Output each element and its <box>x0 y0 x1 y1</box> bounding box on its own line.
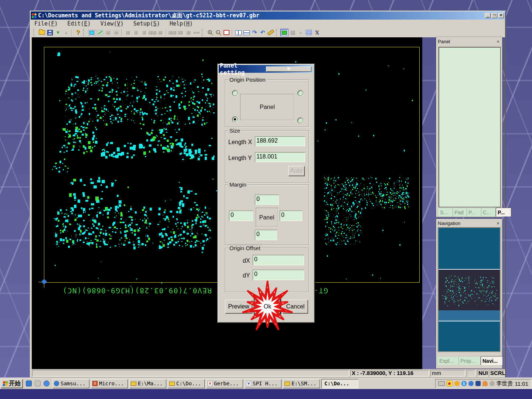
launch-mail-icon[interactable] <box>26 381 32 386</box>
ok-button-label: Ok <box>264 303 271 310</box>
tab-p1[interactable]: P... <box>467 208 481 216</box>
taskbar-button[interactable]: AGerbe... <box>206 379 243 388</box>
close-icon[interactable]: × <box>495 39 501 44</box>
tab-explorer[interactable]: Expl... <box>438 357 459 365</box>
taskbar-button[interactable]: C:\Do... <box>168 379 205 388</box>
toolbar-grip[interactable] <box>202 29 205 36</box>
menu-setup[interactable]: Setup(S) <box>133 20 160 27</box>
tab-properties[interactable]: Prop... <box>459 357 481 365</box>
titlebar[interactable]: C:\Documents and Settings\Administrator\… <box>31 11 505 20</box>
tab-panel[interactable]: P... <box>496 208 511 216</box>
menubar: File(F) Edit(E) View(V) Setup(S) Help(H) <box>31 20 505 28</box>
minimize-button[interactable]: _ <box>485 13 491 18</box>
tab-pad[interactable]: Pad <box>453 208 467 216</box>
nav-board-dots <box>439 270 500 310</box>
toolbar-grip[interactable] <box>276 29 279 36</box>
start-button[interactable]: 开始 <box>1 379 23 388</box>
nav-board-area <box>439 270 500 310</box>
menu-view[interactable]: View(V) <box>100 20 123 27</box>
origin-panel-preview-label: Panel <box>260 104 275 110</box>
launch-media-icon[interactable] <box>44 381 50 386</box>
tray-username: 李世贵 <box>497 380 513 387</box>
zoom-fit-icon[interactable] <box>222 29 231 36</box>
restore-button[interactable]: ❐ <box>491 13 497 18</box>
panel-listbox[interactable] <box>439 47 501 207</box>
ok-button[interactable]: Ok <box>255 300 280 314</box>
zoom-out-icon[interactable] <box>214 29 222 36</box>
taskbar-button[interactable]: Samsu... <box>52 379 89 388</box>
margin-bottom-input[interactable]: 0 <box>255 230 277 240</box>
toolbar-grip[interactable] <box>83 29 86 36</box>
panel-window-titlebar[interactable]: Panel × <box>438 38 501 44</box>
tab-navigation[interactable]: Navi... <box>481 356 503 365</box>
tab-s[interactable]: S... <box>439 208 453 216</box>
step-tool-4-icon <box>148 29 156 36</box>
margin-top-input[interactable]: 0 <box>255 195 279 205</box>
taskbar-button[interactable]: E:\Ma... <box>129 379 166 388</box>
undo-icon[interactable]: ↶ <box>259 29 267 36</box>
ruler-icon[interactable] <box>267 29 275 36</box>
panel-tool-1-icon <box>168 29 176 36</box>
status-bar: X : -7.839000, Y : 119.16 mm NUM SCRL <box>31 369 505 377</box>
import-icon[interactable]: ▼ <box>54 29 62 36</box>
preview-button[interactable]: Preview <box>225 300 252 314</box>
close-icon[interactable]: × <box>495 221 501 226</box>
status-coordinates: X : -7.839000, Y : 119.16 <box>350 370 429 376</box>
navigation-window: Navigation × Expl... Prop... Navi... <box>436 219 502 369</box>
menu-edit[interactable]: Edit(E) <box>67 20 91 27</box>
split-horizontal-icon[interactable] <box>242 29 250 36</box>
app-circle-icon[interactable] <box>468 381 474 386</box>
launch-window-icon[interactable] <box>35 381 41 386</box>
taskbar-button[interactable]: OMicro... <box>91 379 128 388</box>
origin-bottom-left-radio[interactable] <box>232 116 238 122</box>
grid-icon[interactable] <box>305 29 313 36</box>
close-button[interactable]: × <box>498 13 504 18</box>
save-icon[interactable] <box>46 29 54 36</box>
panel-setting-dialog: Panel setting × Origin Position Panel Si… <box>217 64 315 323</box>
display-icon[interactable] <box>475 381 481 386</box>
skype-icon[interactable]: S <box>461 381 467 386</box>
volume-icon[interactable] <box>490 381 495 386</box>
navigation-window-titlebar[interactable]: Navigation × <box>438 220 501 226</box>
refresh-icon[interactable] <box>454 381 460 386</box>
margin-left-input[interactable]: 0 <box>229 211 253 221</box>
taskbar-button[interactable]: E:\SM... <box>283 379 320 388</box>
desktop: C:\Documents and Settings\Administrator\… <box>0 0 532 399</box>
split-vertical-icon[interactable] <box>234 29 242 36</box>
origin-top-right-radio[interactable] <box>297 90 303 96</box>
redo-icon[interactable]: ↷ <box>250 29 259 36</box>
dialog-titlebar[interactable]: Panel setting × <box>219 65 313 73</box>
margin-right-input[interactable]: 0 <box>280 211 302 221</box>
select-rect-icon[interactable] <box>88 29 96 36</box>
open-icon[interactable] <box>38 29 46 36</box>
taskbar-button-active[interactable]: C:\Do... <box>321 379 358 388</box>
length-y-input[interactable]: 118.001 <box>255 152 305 162</box>
keyboard-icon[interactable] <box>438 381 445 386</box>
dy-label: dY <box>243 272 250 279</box>
options-icon[interactable] <box>313 29 321 36</box>
zoom-in-icon[interactable] <box>206 29 214 36</box>
dy-input[interactable]: 0 <box>253 270 304 280</box>
step-tool-5-icon <box>156 29 164 36</box>
dialog-close-button[interactable]: × <box>266 66 311 72</box>
toolbar: ▼ ▲ ? BOM <box>31 28 505 37</box>
dx-input[interactable]: 0 <box>253 255 304 265</box>
menu-help[interactable]: Help(H) <box>170 20 193 27</box>
note-icon[interactable]: ✱ <box>447 381 453 386</box>
tab-c[interactable]: C... <box>481 208 496 216</box>
help-icon[interactable]: ? <box>74 29 82 36</box>
taskbar-button[interactable]: WSPI H... <box>245 379 282 388</box>
origin-bottom-right-radio[interactable] <box>297 117 303 123</box>
origin-top-left-radio[interactable] <box>232 90 238 96</box>
draw-line-icon[interactable] <box>96 29 104 36</box>
windows-logo-icon <box>3 381 8 386</box>
toolbar-grip[interactable] <box>33 29 37 36</box>
dialog-title: Panel setting <box>220 62 265 76</box>
cancel-button[interactable]: Cancel <box>283 300 308 314</box>
length-x-input[interactable]: 188.692 <box>255 136 305 146</box>
user-icon[interactable] <box>482 381 488 386</box>
panel-mode-icon[interactable] <box>280 29 289 36</box>
menu-file[interactable]: File(F) <box>34 20 58 27</box>
panel-window-title: Panel <box>438 39 450 44</box>
navigation-thumbnail[interactable] <box>438 227 501 352</box>
